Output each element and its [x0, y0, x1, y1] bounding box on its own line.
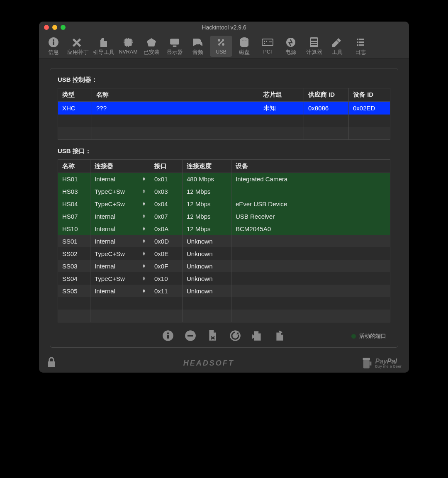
svg-rect-24 — [311, 39, 317, 41]
toolbar-tab-信息[interactable]: 信息 — [42, 36, 65, 57]
zoom-window-button[interactable] — [61, 25, 66, 30]
cell-connector[interactable]: Internal▲▼ — [90, 285, 150, 297]
cell-device: BCM2045A0 — [231, 222, 390, 235]
stepper-icon[interactable]: ▲▼ — [142, 202, 146, 206]
col-type[interactable]: 类型 — [58, 88, 92, 102]
toolbar-tab-日志[interactable]: 日志 — [349, 36, 372, 57]
toolbar-icon — [239, 37, 250, 48]
col-speed[interactable]: 连接速度 — [183, 159, 231, 173]
lock-button[interactable] — [46, 357, 56, 369]
stepper-icon[interactable]: ▲▼ — [142, 289, 146, 293]
port-row[interactable]: HS03TypeC+Sw▲▼0x0312 Mbps — [58, 185, 390, 198]
svg-rect-34 — [359, 41, 364, 43]
paypal-button[interactable]: PayPal Buy me a Beer — [361, 357, 402, 369]
cell-connector[interactable]: TypeC+Sw▲▼ — [90, 198, 150, 210]
action-bar — [50, 329, 398, 342]
cell-port-name: HS04 — [58, 198, 90, 210]
cell-port: 0x0A — [150, 222, 183, 235]
cell-port: 0x0E — [150, 247, 183, 260]
port-row[interactable]: HS10Internal▲▼0x0A12 MbpsBCM2045A0 — [58, 222, 390, 235]
toolbar-tab-显示器[interactable]: 显示器 — [163, 36, 186, 57]
cell-port-name: HS07 — [58, 210, 90, 222]
svg-point-38 — [167, 332, 169, 334]
cell-connector[interactable]: Internal▲▼ — [90, 210, 150, 222]
col-device-id[interactable]: 设备 ID — [349, 88, 390, 102]
toolbar-icon — [285, 37, 297, 48]
toolbar-tab-磁盘[interactable]: 磁盘 — [233, 36, 256, 57]
port-row[interactable]: SS01Internal▲▼0x0DUnknown — [58, 235, 390, 247]
toolbar-label: 计算器 — [306, 49, 322, 56]
empty-row — [58, 310, 390, 322]
svg-rect-27 — [315, 42, 317, 43]
stepper-icon[interactable]: ▲▼ — [142, 264, 146, 268]
cell-connector[interactable]: TypeC+Sw▲▼ — [90, 272, 150, 285]
cell-connector[interactable]: Internal▲▼ — [90, 235, 150, 247]
toolbar-tab-音频[interactable]: 音频 — [187, 36, 209, 57]
stepper-icon[interactable]: ▲▼ — [142, 227, 146, 231]
stepper-icon[interactable]: ▲▼ — [142, 177, 146, 181]
toolbar-label: 引导工具 — [93, 49, 114, 56]
port-row[interactable]: SS05Internal▲▼0x11Unknown — [58, 285, 390, 297]
toolbar-tab-工具[interactable]: 工具 — [326, 36, 348, 57]
toolbar-tab-pci[interactable]: PCI — [256, 36, 279, 57]
stepper-icon[interactable]: ▲▼ — [142, 214, 146, 218]
cell-speed: 12 Mbps — [183, 222, 231, 235]
toolbar-icon — [72, 37, 84, 48]
toolbar-tab-电源[interactable]: 电源 — [280, 36, 302, 57]
toolbar-tab-已安装[interactable]: 已安装 — [140, 36, 163, 57]
stepper-icon[interactable]: ▲▼ — [142, 189, 146, 193]
col-name[interactable]: 名称 — [92, 88, 259, 102]
delete-document-button[interactable] — [206, 329, 219, 342]
port-row[interactable]: SS02TypeC+Sw▲▼0x0EUnknown — [58, 247, 390, 260]
empty-row — [58, 115, 390, 127]
cell-connector[interactable]: Internal▲▼ — [90, 260, 150, 272]
port-row[interactable]: HS07Internal▲▼0x0712 MbpsUSB Receiver — [58, 210, 390, 222]
stepper-icon[interactable]: ▲▼ — [142, 251, 146, 256]
cell-name: ??? — [92, 102, 259, 115]
port-row[interactable]: SS04TypeC+Sw▲▼0x10Unknown — [58, 272, 390, 285]
svg-rect-6 — [132, 41, 133, 41]
col-device[interactable]: 设备 — [231, 159, 390, 173]
svg-rect-20 — [264, 43, 265, 44]
col-vendor-id[interactable]: 供应商 ID — [304, 88, 349, 102]
cell-connector[interactable]: Internal▲▼ — [90, 173, 150, 185]
col-connector[interactable]: 连接器 — [90, 159, 150, 173]
port-row[interactable]: SS03Internal▲▼0x0FUnknown — [58, 260, 390, 272]
toolbar-label: 日志 — [355, 49, 366, 56]
cell-speed: Unknown — [183, 272, 231, 285]
close-window-button[interactable] — [44, 25, 49, 30]
export-button[interactable] — [273, 329, 287, 342]
toolbar-tab-应用补丁[interactable]: 应用补丁 — [66, 36, 90, 57]
toolbar-tab-usb[interactable]: USB — [210, 36, 232, 57]
cell-speed: Unknown — [183, 247, 231, 260]
legend-active-port: 活动的端口 — [351, 333, 386, 340]
cell-port-name: SS04 — [58, 272, 90, 285]
paypal-text: PayPal Buy me a Beer — [375, 358, 402, 368]
controller-row[interactable]: XHC???未知0x80860x02ED — [58, 102, 390, 115]
cell-port: 0x04 — [150, 198, 183, 210]
stepper-icon[interactable]: ▲▼ — [142, 276, 146, 280]
toolbar-tab-nvram[interactable]: NVRAM — [117, 36, 139, 57]
cell-connector[interactable]: TypeC+Sw▲▼ — [90, 185, 150, 198]
refresh-button[interactable] — [229, 329, 242, 342]
stepper-icon[interactable]: ▲▼ — [142, 239, 146, 243]
svg-rect-30 — [315, 44, 317, 45]
svg-rect-31 — [357, 39, 358, 40]
cell-connector[interactable]: Internal▲▼ — [90, 222, 150, 235]
port-row[interactable]: HS04TypeC+Sw▲▼0x0412 MbpseEver USB Devic… — [58, 198, 390, 210]
empty-row — [58, 127, 390, 139]
minimize-window-button[interactable] — [52, 25, 57, 30]
ports-section-title: USB 接口： — [58, 147, 390, 155]
col-chipset[interactable]: 芯片组 — [259, 88, 304, 102]
cell-connector[interactable]: TypeC+Sw▲▼ — [90, 247, 150, 260]
import-button[interactable] — [251, 329, 264, 342]
col-port-name[interactable]: 名称 — [58, 159, 90, 173]
toolbar-tab-引导工具[interactable]: 引导工具 — [91, 36, 116, 57]
col-port[interactable]: 接口 — [150, 159, 183, 173]
cell-device: USB Receiver — [231, 210, 390, 222]
remove-button[interactable] — [184, 329, 197, 342]
port-row[interactable]: HS01Internal▲▼0x01480 MbpsIntegrated Cam… — [58, 173, 390, 185]
toolbar-tab-计算器[interactable]: 计算器 — [303, 36, 325, 57]
window-controls — [39, 25, 66, 30]
info-button[interactable] — [161, 329, 175, 342]
